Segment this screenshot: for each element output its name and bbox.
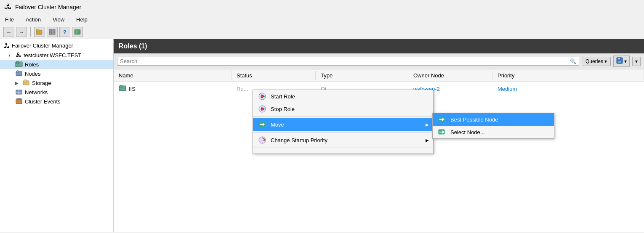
submenu-select-node-label: Select Node... <box>450 129 485 135</box>
cluster-events-icon <box>15 98 23 105</box>
col-header-priority[interactable]: Priority <box>492 71 644 80</box>
submenu: Best Possible Node Select Node... <box>432 113 554 139</box>
svg-rect-17 <box>16 99 22 104</box>
search-wrapper[interactable]: 🔍 <box>117 57 579 66</box>
row-icon <box>119 85 126 93</box>
row-name: IIS <box>114 84 232 94</box>
svg-rect-11 <box>17 71 19 73</box>
stop-role-icon <box>258 105 266 113</box>
submenu-best-possible-node[interactable]: Best Possible Node <box>433 113 554 126</box>
open-button[interactable] <box>34 27 45 37</box>
svg-rect-24 <box>120 85 122 88</box>
storage-icon <box>22 79 30 86</box>
svg-rect-7 <box>76 29 77 34</box>
svg-rect-9 <box>16 61 19 64</box>
ctx-separator-1 <box>253 116 433 117</box>
title-bar: 🖧 Failover Cluster Manager <box>0 0 644 14</box>
svg-rect-3 <box>53 29 55 32</box>
col-header-owner-node[interactable]: Owner Node <box>408 71 492 80</box>
expand-cluster-arrow: ▾ <box>8 53 13 58</box>
menu-help[interactable]: Help <box>74 15 90 24</box>
col-header-type[interactable]: Type <box>316 71 408 80</box>
row-priority: Medium <box>492 85 644 93</box>
main-layout: 🖧 Failover Cluster Manager ▾ 🖧 testclust… <box>0 39 644 232</box>
roles-icon <box>15 61 23 68</box>
queries-dropdown-icon: ▾ <box>604 58 607 64</box>
sidebar-root-label: Failover Cluster Manager <box>12 42 73 49</box>
ctx-change-startup-label: Change Startup Priority <box>271 137 428 143</box>
sidebar-cluster-label: testcluster.WSFC.TEST <box>24 52 81 58</box>
sidebar-item-roles[interactable]: Roles <box>0 60 113 69</box>
col-header-status[interactable]: Status <box>232 71 316 80</box>
svg-rect-1 <box>36 29 39 31</box>
sidebar-item-cluster[interactable]: ▾ 🖧 testcluster.WSFC.TEST <box>0 50 113 60</box>
search-bar: 🔍 Queries ▾ ▾ ▾ <box>114 53 644 69</box>
svg-rect-19 <box>19 98 21 100</box>
col-header-name[interactable]: Name <box>114 71 232 80</box>
sidebar-storage-label: Storage <box>32 80 51 86</box>
forward-button[interactable]: → <box>16 27 27 37</box>
context-menu: Start Role Stop Role Move <box>253 90 434 154</box>
ctx-start-role[interactable]: Start Role <box>253 90 433 103</box>
svg-point-27 <box>261 95 263 98</box>
menu-bar: File Action View Help <box>0 14 644 25</box>
select-node-icon <box>438 128 446 136</box>
ctx-move[interactable]: Move <box>253 118 433 131</box>
svg-rect-22 <box>617 61 622 63</box>
expand-view-button[interactable]: ▾ <box>632 57 641 66</box>
svg-point-30 <box>261 108 263 110</box>
search-input[interactable] <box>120 58 570 64</box>
start-role-icon <box>258 93 266 100</box>
ctx-stop-role[interactable]: Stop Role <box>253 103 433 115</box>
ctx-start-role-label: Start Role <box>271 93 428 100</box>
change-startup-icon <box>258 136 266 144</box>
sidebar-item-storage[interactable]: ▶ Storage <box>0 78 113 87</box>
search-icon: 🔍 <box>570 58 576 64</box>
sidebar: 🖧 Failover Cluster Manager ▾ 🖧 testclust… <box>0 39 114 232</box>
svg-rect-4 <box>49 32 52 34</box>
sidebar-item-cluster-events[interactable]: Cluster Events <box>0 97 113 106</box>
save-icon <box>616 57 623 65</box>
submenu-best-node-label: Best Possible Node <box>450 116 498 123</box>
save-button[interactable]: ▾ <box>613 56 630 67</box>
ctx-separator-2 <box>253 132 433 132</box>
sidebar-item-root[interactable]: 🖧 Failover Cluster Manager <box>0 41 113 50</box>
svg-rect-21 <box>618 58 620 60</box>
cluster-icon: 🖧 <box>16 52 21 58</box>
svg-rect-5 <box>53 32 55 34</box>
menu-file[interactable]: File <box>3 15 16 24</box>
expand-button[interactable] <box>72 27 83 37</box>
queries-button[interactable]: Queries ▾ <box>582 57 611 66</box>
chevron-down-icon: ▾ <box>635 58 638 64</box>
sidebar-roles-label: Roles <box>25 61 39 68</box>
sidebar-cluster-events-label: Cluster Events <box>25 98 61 105</box>
submenu-select-node[interactable]: Select Node... <box>433 126 554 138</box>
toolbar: ← → ? <box>0 25 644 39</box>
content-title: Roles (1) <box>119 42 147 50</box>
root-icon: 🖧 <box>3 42 10 49</box>
ctx-bottom-space <box>253 149 433 154</box>
svg-rect-18 <box>17 98 19 100</box>
svg-rect-13 <box>24 80 27 82</box>
sidebar-item-nodes[interactable]: Nodes <box>0 69 113 78</box>
sidebar-networks-label: Networks <box>25 89 48 95</box>
move-icon <box>258 121 266 128</box>
best-node-icon <box>438 116 446 123</box>
content-header: Roles (1) <box>114 39 644 53</box>
sidebar-item-networks[interactable]: Networks <box>0 87 113 97</box>
back-button[interactable]: ← <box>3 27 14 37</box>
nodes-icon <box>15 70 23 77</box>
help-button[interactable]: ? <box>59 27 70 37</box>
app-title: Failover Cluster Manager <box>15 4 81 11</box>
ctx-change-startup[interactable]: Change Startup Priority <box>253 134 433 146</box>
expand-storage-arrow: ▶ <box>15 81 20 85</box>
app-icon: 🖧 <box>4 3 12 11</box>
menu-view[interactable]: View <box>50 15 67 24</box>
table-header: Name Status Type Owner Node Priority <box>114 69 644 82</box>
queries-label: Queries <box>585 58 603 64</box>
svg-rect-2 <box>49 29 52 32</box>
networks-icon <box>15 89 23 95</box>
sidebar-nodes-label: Nodes <box>25 71 41 77</box>
menu-action[interactable]: Action <box>23 15 43 24</box>
grid-button[interactable] <box>47 27 58 37</box>
